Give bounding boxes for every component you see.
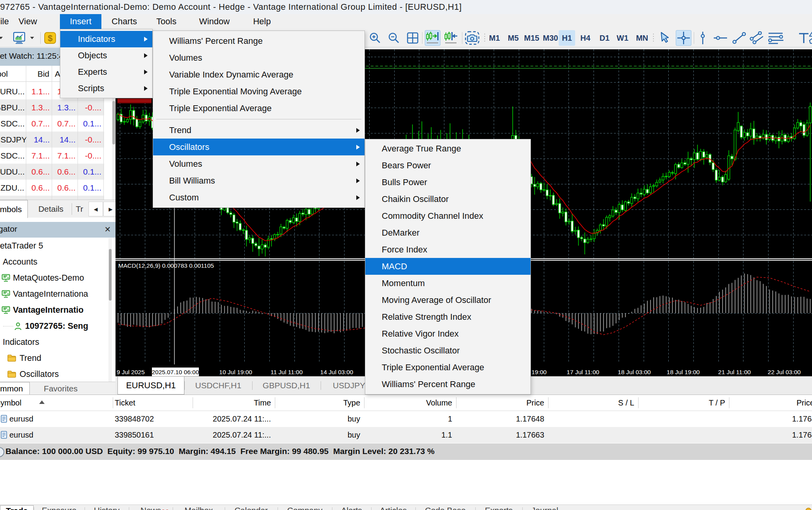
menu-item-triple-exponential-average[interactable]: Triple Exponential Average	[365, 359, 531, 376]
menu-item-bears-power[interactable]: Bears Power	[365, 157, 531, 174]
menu-item-volumes[interactable]: Volumes	[153, 155, 364, 172]
trade-column-symbol[interactable]: Symbol	[0, 395, 104, 411]
tab-trading[interactable]: Tr	[74, 200, 85, 218]
timeframe-w1[interactable]: W1	[615, 30, 630, 46]
timeframe-d1[interactable]: D1	[597, 30, 612, 46]
market-watch-row[interactable]: USDS...1.3...1.3...0.0...	[0, 196, 104, 200]
menu-item-experts[interactable]: Experts	[60, 64, 152, 80]
trade-column-t-p[interactable]: T / P	[638, 395, 725, 411]
cursor-icon[interactable]	[657, 30, 673, 46]
toolbox-tab-code-base[interactable]: Code Base	[415, 505, 475, 510]
tile-windows-icon[interactable]	[405, 30, 420, 46]
menu-view[interactable]: View	[11, 14, 44, 29]
navigator-item-trend[interactable]: Trend	[0, 350, 110, 366]
menu-item-oscillators[interactable]: Oscillators	[153, 139, 364, 155]
timeframe-m15[interactable]: M15	[522, 30, 541, 46]
toolbox-tab-mailbox[interactable]: Mailbox	[173, 505, 225, 510]
menu-item-variable-index-dynamic-average[interactable]: Variable Index Dynamic Average	[153, 66, 364, 83]
menu-item-momentum[interactable]: Momentum	[365, 275, 531, 292]
chart-tab-eurusd-h1[interactable]: EURUSD,H1	[117, 377, 184, 395]
menu-item-triple-exponential-average[interactable]: Triple Exponential Average	[153, 100, 364, 117]
toolbox-tab-articles[interactable]: Articles	[371, 505, 415, 510]
menu-item-force-index[interactable]: Force Index	[365, 241, 531, 258]
toolbox-tab-experts[interactable]: Experts	[475, 505, 522, 510]
timeframe-h4[interactable]: H4	[577, 30, 593, 46]
toolbox-tab-company[interactable]: Company	[278, 505, 332, 510]
navigator-scrollbar[interactable]	[108, 238, 112, 382]
toolbox-tab-history[interactable]: History	[85, 505, 129, 510]
menu-item-relative-vigor-index[interactable]: Relative Vigor Index	[365, 325, 531, 342]
crosshair-icon[interactable]	[676, 30, 691, 46]
tab-symbols[interactable]: Symbols	[0, 200, 28, 218]
timeframe-h1[interactable]: H1	[559, 30, 575, 46]
menu-insert[interactable]: Insert	[60, 14, 101, 29]
timeframe-m1[interactable]: M1	[487, 30, 502, 46]
market-watch-row[interactable]: USDJPY14...14...-0....	[0, 132, 104, 148]
timeframe-m30[interactable]: M30	[541, 30, 560, 46]
fibonacci-icon[interactable]	[767, 30, 785, 46]
chart-tab-usdchf-h1[interactable]: USDCHF,H1	[184, 377, 252, 395]
chart-tab-gbpusd-h1[interactable]: GBPUSD,H1	[252, 377, 321, 395]
zoom-in-icon[interactable]	[367, 30, 383, 46]
menu-help[interactable]: Help	[244, 14, 280, 29]
menu-item-average-true-range[interactable]: Average True Range	[365, 140, 531, 157]
navigator-item-vantageinternationa[interactable]: VantageInternationa	[0, 286, 110, 302]
navigator-item-indicators[interactable]: Indicators	[0, 334, 110, 350]
menu-item-scripts[interactable]: Scripts	[60, 80, 152, 97]
navigator-item-oscillators[interactable]: Oscillators	[0, 366, 110, 382]
menu-window[interactable]: Window	[188, 14, 241, 29]
close-icon[interactable]: ✕	[103, 225, 112, 234]
menu-item-williams-percent-range[interactable]: Williams' Percent Range	[153, 32, 364, 49]
timeframe-m5[interactable]: M5	[505, 30, 521, 46]
chart-shift-icon[interactable]	[444, 30, 458, 46]
menu-charts[interactable]: Charts	[101, 14, 147, 29]
menu-item-williams-percent-range[interactable]: Williams' Percent Range	[365, 376, 531, 393]
chart-window-icon[interactable]	[12, 30, 27, 46]
menu-item-indicators[interactable]: Indicators	[60, 31, 152, 47]
trade-column-volume[interactable]: Volume	[364, 395, 452, 411]
market-watch-row[interactable]: GBPU...1.3...1.3...-0....	[0, 99, 104, 115]
menu-item-bulls-power[interactable]: Bulls Power	[365, 174, 531, 191]
toolbox-tab-calendar[interactable]: Calendar	[225, 505, 278, 510]
market-watch-row[interactable]: AUDU...0.6...0.6...0.1...	[0, 164, 104, 180]
trade-column-price[interactable]: Price	[729, 395, 812, 411]
navigator-item-accounts[interactable]: Accounts	[0, 254, 110, 270]
channel-icon[interactable]	[749, 30, 764, 46]
auto-scroll-icon[interactable]	[425, 30, 440, 46]
menu-item-objects[interactable]: Objects	[60, 47, 152, 64]
zoom-out-icon[interactable]	[386, 30, 402, 46]
toolbox-tab-exposure[interactable]: Exposure	[34, 505, 85, 510]
menu-item-macd[interactable]: MACD	[365, 258, 531, 275]
toolbox-tab-journal[interactable]: Journal	[522, 505, 567, 510]
timeframe-mn[interactable]: MN	[633, 30, 651, 46]
menu-item-custom[interactable]: Custom	[153, 189, 364, 206]
menu-item-relative-strength-index[interactable]: Relative Strength Index	[365, 308, 531, 325]
trade-row[interactable]: eurusd3398501612025.07.24 11:...buy1.11.…	[0, 427, 812, 443]
toolbox-tab-alerts[interactable]: Alerts	[332, 505, 371, 510]
navigator-item-vantageinternatio[interactable]: VantageInternatio	[0, 302, 110, 318]
trade-column-time[interactable]: Time	[193, 395, 271, 411]
menu-item-commodity-channel-index[interactable]: Commodity Channel Index	[365, 207, 531, 224]
menu-item-moving-average-of-oscillator[interactable]: Moving Average of Oscillator	[365, 292, 531, 308]
tab-scroll-left-icon[interactable]: ◀	[88, 202, 103, 216]
trade-column-price[interactable]: Price	[456, 395, 544, 411]
dropdown-caret-icon[interactable]	[28, 30, 36, 46]
menu-item-bill-williams[interactable]: Bill Williams	[153, 172, 364, 189]
menu-item-demarker[interactable]: DeMarker	[365, 224, 531, 241]
tab-common[interactable]: Common	[0, 382, 30, 395]
one-click-trading-icon[interactable]: $	[43, 30, 57, 46]
menu-item-triple-exponential-moving-average[interactable]: Triple Exponential Moving Average	[153, 83, 364, 100]
menu-item-trend[interactable]: Trend	[153, 122, 364, 139]
navigator-item-metatrader-5[interactable]: MetaTrader 5	[0, 238, 110, 254]
trade-row[interactable]: eurusd3398487022025.07.24 11:...buy11.17…	[0, 411, 812, 427]
market-watch-row[interactable]: USDC...7.1...7.1...-0....	[0, 148, 104, 164]
trade-column-type[interactable]: Type	[275, 395, 360, 411]
trade-column-s-l[interactable]: S / L	[548, 395, 634, 411]
tab-favorites[interactable]: Favorites	[37, 382, 84, 395]
market-watch-row[interactable]: NZDU...0.6...0.6...0.1...	[0, 180, 104, 196]
toolbox-tab-trade[interactable]: Trade	[0, 505, 34, 510]
screenshot-icon[interactable]	[464, 30, 480, 46]
market-watch-row[interactable]: USDC...0.7...0.7...0.1...	[0, 115, 104, 132]
navigator-item-10972765-seng[interactable]: 10972765: Seng	[0, 318, 110, 334]
dropdown-caret-icon[interactable]	[0, 30, 5, 46]
